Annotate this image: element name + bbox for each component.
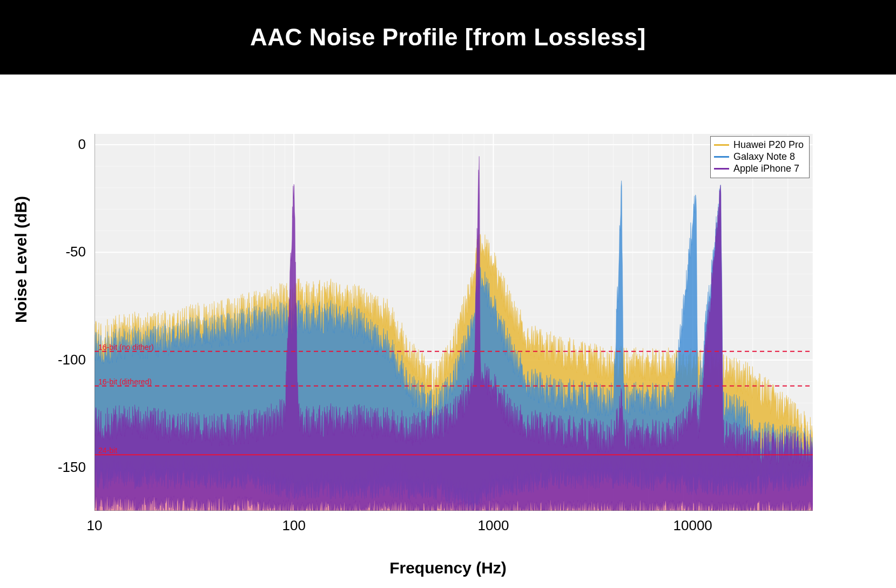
legend-label: Galaxy Note 8 — [733, 151, 795, 163]
y-tick: 0 — [43, 136, 86, 153]
legend-swatch — [714, 168, 729, 170]
x-axis-label: Frequency (Hz) — [0, 559, 896, 577]
y-tick: -150 — [43, 459, 86, 476]
figure-root: AAC Noise Profile [from Lossless] Noise … — [0, 0, 896, 588]
legend-swatch — [714, 156, 729, 158]
x-tick: 1000 — [478, 517, 509, 534]
chart-title: AAC Noise Profile [from Lossless] — [250, 24, 646, 51]
y-tick: -100 — [43, 352, 86, 368]
reference-line-label: 16-bit (no dither) — [98, 343, 154, 352]
legend-item: Huawei P20 Pro — [714, 139, 804, 151]
plot-svg — [95, 134, 813, 511]
plot-area — [95, 134, 813, 511]
legend-label: Apple iPhone 7 — [733, 163, 799, 174]
legend-label: Huawei P20 Pro — [733, 139, 804, 151]
x-tick: 10 — [87, 517, 103, 534]
legend-item: Apple iPhone 7 — [714, 163, 804, 174]
legend: Huawei P20 ProGalaxy Note 8Apple iPhone … — [710, 136, 810, 178]
legend-item: Galaxy Note 8 — [714, 151, 804, 163]
legend-swatch — [714, 144, 729, 146]
reference-line-label: 16-bit (dithered) — [98, 377, 152, 386]
title-bar: AAC Noise Profile [from Lossless] — [0, 0, 896, 75]
reference-line-label: 24-bit — [98, 446, 117, 455]
y-tick: -50 — [43, 244, 86, 260]
y-axis-label: Noise Level (dB) — [12, 196, 30, 323]
x-tick: 100 — [282, 517, 306, 534]
x-tick: 10000 — [673, 517, 712, 534]
